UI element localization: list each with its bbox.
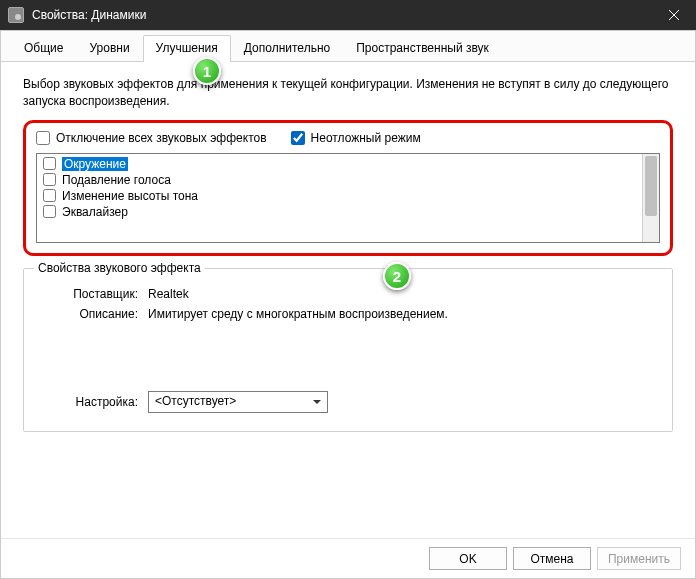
effect-checkbox[interactable]: [43, 189, 56, 202]
effect-properties-group: Свойства звукового эффекта Поставщик: Re…: [23, 268, 673, 432]
effect-label: Изменение высоты тона: [62, 189, 198, 203]
description-row: Описание: Имитирует среду с многократным…: [38, 307, 658, 321]
window-title: Свойства: Динамики: [32, 8, 651, 22]
client-area: Общие Уровни Улучшения Дополнительно Про…: [0, 30, 696, 579]
dialog-footer: OK Отмена Применить: [1, 538, 695, 578]
highlight-region: Отключение всех звуковых эффектов Неотло…: [23, 120, 673, 256]
list-item[interactable]: Подавление голоса: [41, 172, 638, 188]
provider-label: Поставщик:: [38, 287, 148, 301]
tab-levels[interactable]: Уровни: [76, 35, 142, 61]
list-item[interactable]: Изменение высоты тона: [41, 188, 638, 204]
effects-listbox[interactable]: Окружение Подавление голоса Изменение вы…: [36, 153, 660, 243]
apply-button: Применить: [597, 547, 681, 570]
speaker-icon: [8, 7, 24, 23]
setting-row: Настройка: <Отсутствует>: [38, 391, 658, 413]
tab-content: Выбор звуковых эффектов для применения к…: [1, 62, 695, 539]
scrollbar-thumb[interactable]: [645, 156, 657, 216]
effect-label: Окружение: [62, 157, 128, 171]
ok-button[interactable]: OK: [429, 547, 507, 570]
titlebar: Свойства: Динамики: [0, 0, 696, 30]
disable-all-effects-checkbox[interactable]: Отключение всех звуковых эффектов: [36, 131, 267, 145]
close-icon: [669, 10, 679, 20]
effect-checkbox[interactable]: [43, 157, 56, 170]
setting-label: Настройка:: [38, 395, 148, 409]
immediate-label: Неотложный режим: [311, 131, 421, 145]
effect-label: Эквалайзер: [62, 205, 128, 219]
effect-checkbox[interactable]: [43, 205, 56, 218]
checkbox-row: Отключение всех звуковых эффектов Неотло…: [36, 131, 660, 145]
listbox-scrollbar[interactable]: [642, 154, 659, 242]
list-item[interactable]: Эквалайзер: [41, 204, 638, 220]
effects-items: Окружение Подавление голоса Изменение вы…: [37, 154, 642, 242]
disable-all-input[interactable]: [36, 131, 50, 145]
setting-combobox[interactable]: <Отсутствует>: [148, 391, 328, 413]
cancel-button[interactable]: Отмена: [513, 547, 591, 570]
close-button[interactable]: [651, 0, 696, 30]
provider-row: Поставщик: Realtek: [38, 287, 658, 301]
immediate-input[interactable]: [291, 131, 305, 145]
effect-desc-label: Описание:: [38, 307, 148, 321]
setting-value: <Отсутствует>: [155, 394, 236, 408]
effect-desc-value: Имитирует среду с многократным воспроизв…: [148, 307, 658, 321]
provider-value: Realtek: [148, 287, 658, 301]
list-item[interactable]: Окружение: [41, 156, 638, 172]
tab-spatial[interactable]: Пространственный звук: [343, 35, 502, 61]
step-marker-2: 2: [383, 262, 411, 290]
disable-all-label: Отключение всех звуковых эффектов: [56, 131, 267, 145]
effect-checkbox[interactable]: [43, 173, 56, 186]
step-marker-1: 1: [193, 57, 221, 85]
group-title: Свойства звукового эффекта: [34, 261, 205, 275]
tab-enhancements[interactable]: Улучшения: [143, 35, 231, 62]
tab-advanced[interactable]: Дополнительно: [231, 35, 343, 61]
description-text: Выбор звуковых эффектов для применения к…: [23, 76, 673, 110]
effect-label: Подавление голоса: [62, 173, 171, 187]
immediate-mode-checkbox[interactable]: Неотложный режим: [291, 131, 421, 145]
tab-strip: Общие Уровни Улучшения Дополнительно Про…: [1, 31, 695, 62]
tab-general[interactable]: Общие: [11, 35, 76, 61]
